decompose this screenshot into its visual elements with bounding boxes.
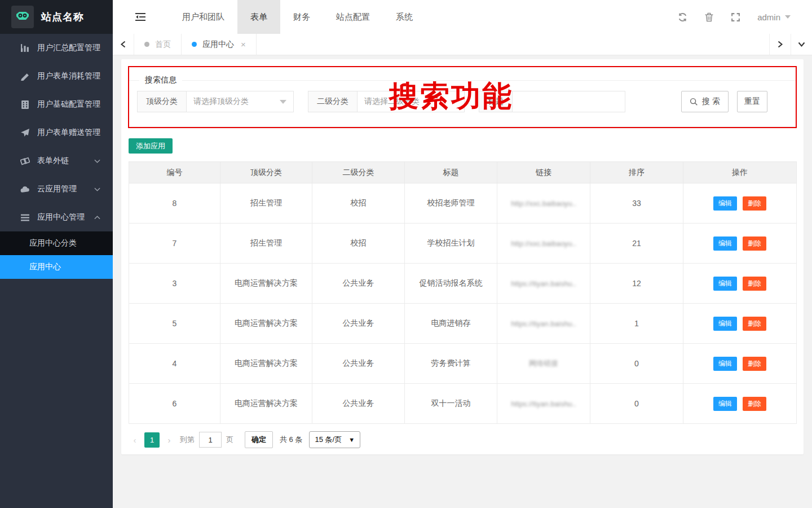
fullscreen-icon[interactable] [731, 12, 740, 22]
fold-icon[interactable] [135, 12, 145, 21]
sidebar-item-user-base[interactable]: 用户基础配置管理 [0, 90, 113, 119]
current-page-button[interactable]: 1 [144, 432, 160, 448]
nav-item-finance[interactable]: 财务 [280, 0, 323, 34]
search-icon [690, 98, 698, 106]
confirm-page-button[interactable]: 确定 [245, 431, 273, 448]
edit-button[interactable]: 编辑 [713, 237, 737, 251]
delete-button[interactable]: 删除 [743, 317, 766, 331]
nav-item-users-teams[interactable]: 用户和团队 [169, 0, 237, 34]
nav-item-system[interactable]: 系统 [383, 0, 426, 34]
tab-status-dot [192, 42, 197, 47]
redacted-link: http://xxc.baibaoyu.. [511, 239, 576, 248]
cell-sort: 1 [590, 304, 683, 344]
col-id: 编号 [129, 162, 220, 183]
col-sort: 排序 [590, 162, 683, 183]
tab-home[interactable]: 首页 [134, 34, 182, 55]
cell-top-category: 电商运营解决方案 [220, 384, 312, 424]
sidebar-item-label: 用户表单消耗管理 [37, 71, 100, 81]
breadcrumb-tabbar: 首页 应用中心 × [113, 34, 812, 55]
search-button[interactable]: 搜 索 [681, 91, 729, 112]
cell-actions: 编辑删除 [683, 344, 797, 384]
delete-button[interactable]: 删除 [743, 357, 766, 371]
send-icon [20, 128, 30, 138]
cloud-icon [20, 185, 30, 194]
col-actions: 操作 [683, 162, 797, 183]
goto-label: 到第 [180, 435, 195, 445]
add-app-button[interactable]: 添加应用 [129, 138, 173, 154]
tabs-menu-button[interactable] [791, 34, 812, 55]
page-label: 页 [226, 435, 233, 445]
trash-icon[interactable] [704, 12, 714, 22]
tab-app-center[interactable]: 应用中心 × [182, 34, 257, 55]
tabs-scroll-right-button[interactable] [769, 34, 791, 55]
next-page-button[interactable]: › [163, 435, 175, 445]
sidebar-item-user-summary[interactable]: 用户汇总配置管理 [0, 34, 113, 62]
cell-top-category: 电商运营解决方案 [220, 264, 312, 304]
col-second-category: 二级分类 [312, 162, 405, 183]
edit-button[interactable]: 编辑 [713, 397, 737, 411]
cell-id: 3 [129, 264, 220, 304]
refresh-icon[interactable] [678, 12, 687, 22]
second-category-group: 二级分类 请选择二级分类 [308, 91, 465, 112]
chevron-down-icon [94, 186, 100, 192]
redacted-link: https://tiyan.baishu.. [511, 400, 576, 408]
delete-button[interactable]: 删除 [743, 196, 766, 211]
title-label: 标题 [479, 91, 513, 112]
nav-item-site-config[interactable]: 站点配置 [323, 0, 383, 34]
table-row: 3 电商运营解决方案 公共业务 促销活动报名系统 https://tiyan.b… [129, 264, 797, 304]
delete-button[interactable]: 删除 [743, 397, 766, 411]
cell-actions: 编辑删除 [683, 183, 797, 224]
goto-page-input[interactable] [199, 432, 222, 448]
edit-button[interactable]: 编辑 [713, 277, 737, 291]
per-page-select[interactable]: 15 条/页 ▼ [309, 431, 360, 448]
close-icon[interactable]: × [241, 40, 246, 49]
table-header-row: 编号 顶级分类 二级分类 标题 链接 排序 操作 [129, 162, 797, 183]
search-button-label: 搜 索 [702, 97, 720, 107]
pen-icon [20, 72, 30, 81]
content-card: 搜索信息 顶级分类 请选择顶级分类 二级分类 请选择二级分类 [121, 59, 804, 454]
cell-actions: 编辑删除 [683, 304, 797, 344]
cell-title: 双十一活动 [405, 384, 497, 424]
col-top-category: 顶级分类 [220, 162, 312, 183]
second-category-label: 二级分类 [308, 91, 358, 112]
redacted-link: https://tiyan.baishu.. [511, 319, 576, 328]
delete-button[interactable]: 删除 [743, 277, 766, 291]
edit-button[interactable]: 编辑 [713, 357, 737, 371]
cell-title: 电商进销存 [405, 304, 497, 344]
cell-sort: 0 [590, 344, 683, 384]
sidebar-item-app-center-mgmt[interactable]: 应用中心管理 [0, 203, 113, 231]
chart-bar-icon [20, 43, 30, 53]
prev-page-button[interactable]: ‹ [129, 435, 141, 445]
tabs-scroll-left-button[interactable] [113, 34, 134, 55]
select-placeholder: 请选择顶级分类 [193, 97, 249, 107]
sidebar-item-app-center-category[interactable]: 应用中心分类 [0, 231, 113, 255]
cell-second-category: 公共业务 [312, 344, 405, 384]
table-row: 4 电商运营解决方案 公共业务 劳务费计算 网络链接 0 编辑删除 [129, 344, 797, 384]
cell-top-category: 招生管理 [220, 224, 312, 264]
sidebar-item-label: 表单外链 [37, 156, 69, 166]
edit-button[interactable]: 编辑 [713, 317, 737, 331]
cell-sort: 12 [590, 264, 683, 304]
delete-button[interactable]: 删除 [743, 237, 766, 251]
redacted-link: http://xxc.baibaoyu.. [511, 199, 576, 208]
sidebar-item-form-consume[interactable]: 用户表单消耗管理 [0, 62, 113, 90]
cell-link: http://xxc.baibaoyu.. [497, 224, 590, 264]
sidebar-item-form-gift[interactable]: 用户表单赠送管理 [0, 119, 113, 147]
app-table: 编号 顶级分类 二级分类 标题 链接 排序 操作 8 招生管理 校招 校招老师管… [129, 161, 797, 424]
user-menu[interactable]: admin [757, 12, 791, 22]
second-category-select[interactable]: 请选择二级分类 [358, 91, 465, 112]
redacted-link: https://tiyan.baishu.. [511, 279, 576, 288]
chevron-up-icon [94, 214, 100, 221]
cell-id: 7 [129, 224, 220, 264]
edit-button[interactable]: 编辑 [713, 196, 737, 211]
reset-button[interactable]: 重置 [737, 91, 767, 112]
title-input[interactable] [513, 91, 625, 112]
sidebar-item-form-links[interactable]: 表单外链 [0, 147, 113, 175]
sidebar-item-app-center[interactable]: 应用中心 [0, 255, 113, 279]
redacted-link: 网络链接 [529, 359, 558, 367]
nav-item-forms[interactable]: 表单 [237, 0, 280, 34]
cell-id: 5 [129, 304, 220, 344]
sidebar-item-cloud-apps[interactable]: 云应用管理 [0, 175, 113, 203]
top-category-select[interactable]: 请选择顶级分类 [187, 91, 294, 112]
cell-link: https://tiyan.baishu.. [497, 304, 590, 344]
